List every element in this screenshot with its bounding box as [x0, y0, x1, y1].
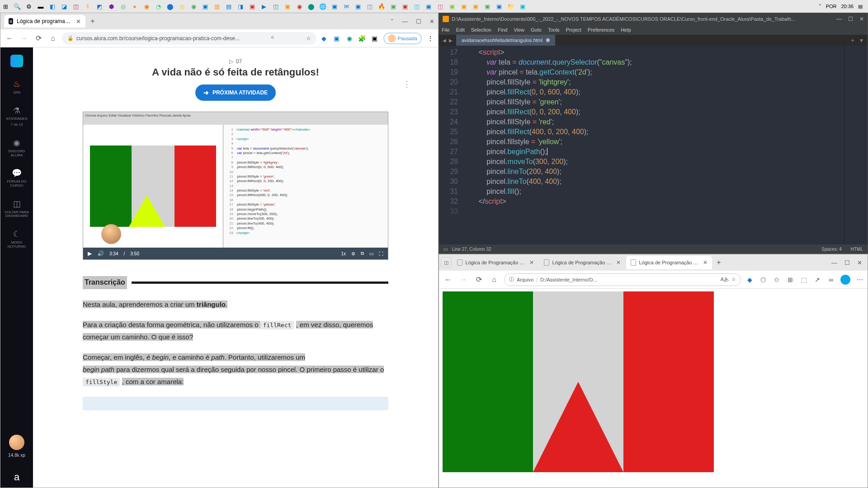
extension-icon[interactable]: ◆ [320, 34, 328, 42]
app-icon[interactable]: ▣ [484, 3, 491, 10]
menu-preferences[interactable]: Preferences [588, 27, 614, 33]
sublime-editor[interactable]: 1718192021222324252627282930313233 <scri… [439, 46, 868, 244]
notifications-icon[interactable]: ▤ [858, 4, 863, 9]
edge-tab[interactable]: Lógica de Programação com Ja ✕ [539, 256, 625, 269]
back-button[interactable]: ← [4, 33, 15, 44]
menu-selection[interactable]: Selection [471, 27, 491, 33]
sidebar-atividades[interactable]: ⚗ ATIVIDADES 7 de 13 [4, 104, 30, 130]
app-icon[interactable]: ▣ [401, 3, 409, 10]
app-icon[interactable]: ▣ [202, 3, 209, 10]
start-icon[interactable]: ⊞ [2, 3, 9, 10]
extension-icon[interactable]: ◉ [345, 34, 354, 42]
app-icon[interactable]: ◩ [96, 3, 103, 10]
menu-icon[interactable]: ⋯ [856, 276, 864, 284]
theater-icon[interactable]: ▭ [369, 251, 373, 256]
app-icon[interactable]: ◧ [49, 3, 56, 10]
app-icon[interactable]: ▣ [519, 3, 526, 10]
app-icon[interactable]: ▣ [460, 3, 467, 10]
sidebar-discord[interactable]: ◉ DISCORD ALURA [0, 136, 33, 160]
extension-icon[interactable]: ▣ [333, 34, 341, 42]
app-icon[interactable]: ▣ [354, 3, 362, 10]
reload-button[interactable]: ⟳ [473, 274, 484, 285]
menu-edit[interactable]: Edit [456, 27, 465, 33]
sidebar-user[interactable]: 14.8k xp [8, 435, 25, 458]
app-icon[interactable]: ▣ [448, 3, 456, 10]
extension-icon[interactable]: ⬡ [759, 276, 767, 284]
maximize-icon[interactable]: ☐ [844, 259, 850, 266]
sidebar-forum[interactable]: 💬 FÓRUM DO CURSO [0, 166, 33, 190]
home-button[interactable]: ⌂ [489, 274, 500, 285]
favorites-icon[interactable]: ✩ [773, 276, 781, 284]
translate-icon[interactable]: ᴳ [271, 35, 274, 42]
mail-icon[interactable]: ✉ [343, 3, 350, 10]
app-icon[interactable]: ⫴ [84, 3, 91, 10]
app-icon[interactable]: ◨ [237, 3, 244, 10]
next-activity-button[interactable]: ➜ PRÓXIMA ATIVIDADE [195, 84, 276, 101]
tab-actions-icon[interactable]: ◫ [441, 257, 452, 268]
edge-tab-active[interactable]: Lógica de Programação com Ja ✕ [626, 256, 712, 269]
kebab-menu-icon[interactable]: ⋮ [403, 79, 411, 89]
settings-icon[interactable]: ⚙ [25, 3, 33, 10]
close-icon[interactable]: ✕ [703, 259, 708, 266]
explorer-icon[interactable]: 📁 [507, 3, 514, 10]
app-icon[interactable]: ◪ [61, 3, 68, 10]
app-icon[interactable]: ◉ [296, 3, 303, 10]
app-icon[interactable]: 🔥 [378, 3, 385, 10]
close-icon[interactable]: ✕ [529, 259, 534, 266]
app-icon[interactable]: ◔ [155, 3, 162, 10]
app-icon[interactable]: ▣ [495, 3, 503, 10]
forward-button[interactable]: → [458, 274, 469, 285]
menu-view[interactable]: View [514, 27, 524, 33]
clock[interactable]: 20:36 [841, 4, 854, 9]
nav-forward-icon[interactable]: ▶ [449, 38, 453, 43]
close-icon[interactable]: ✕ [859, 16, 864, 22]
close-icon[interactable]: ✕ [857, 259, 862, 266]
language-indicator[interactable]: POR [826, 4, 837, 9]
status-lang[interactable]: HTML [851, 247, 863, 252]
nav-back-icon[interactable]: ◀ [443, 38, 446, 43]
menu-project[interactable]: Project [566, 27, 581, 33]
back-button[interactable]: ← [443, 274, 453, 285]
alura-logo-icon[interactable]: a [14, 471, 19, 483]
menu-file[interactable]: File [442, 27, 450, 33]
app-icon[interactable]: ▣ [249, 3, 256, 10]
close-icon[interactable]: ✕ [76, 18, 81, 25]
app-icon[interactable]: ◫ [72, 3, 80, 10]
app-icon[interactable]: ◎ [119, 3, 127, 10]
app-icon[interactable]: ◫ [366, 3, 373, 10]
video-frame[interactable]: Chrome Arquivo Editar Visualizar Históri… [83, 112, 388, 248]
app-icon[interactable]: ▤ [225, 3, 232, 10]
profile-avatar-icon[interactable] [840, 275, 850, 285]
app-icon[interactable]: ▣ [331, 3, 338, 10]
profile-paused-button[interactable]: Pausada [383, 33, 422, 44]
volume-button[interactable]: 🔊 [97, 250, 104, 257]
forward-button[interactable]: → [19, 33, 29, 44]
app-icon[interactable]: ⬢ [108, 3, 115, 10]
app-icon[interactable]: ⬤ [166, 3, 174, 10]
chrome-tab-active[interactable]: a Lógica de programação II: pratic ✕ [4, 15, 85, 28]
extension-icon[interactable]: ⬚ [800, 276, 808, 284]
app-icon[interactable]: ▣ [472, 3, 479, 10]
menu-goto[interactable]: Goto [531, 27, 542, 33]
favorite-icon[interactable]: ☆ [731, 277, 736, 282]
new-tab-button[interactable]: + [713, 257, 725, 268]
menu-help[interactable]: Help [621, 27, 631, 33]
maximize-icon[interactable]: ☐ [416, 18, 421, 25]
maximize-icon[interactable]: ☐ [848, 16, 853, 22]
app-icon[interactable]: ⬤ [307, 3, 315, 10]
chevron-up-icon[interactable]: ˄ [819, 4, 821, 9]
sidebar-progress[interactable]: ♨ 10% [10, 77, 23, 98]
menu-find[interactable]: Find [498, 27, 507, 33]
reload-button[interactable]: ⟳ [33, 33, 44, 44]
app-icon[interactable]: ▬ [37, 3, 44, 10]
app-icon[interactable]: ▣ [425, 3, 432, 10]
status-spaces[interactable]: Spaces: 4 [821, 247, 841, 252]
app-icon[interactable]: ▶ [260, 3, 268, 10]
extension-icon[interactable]: ◆ [745, 276, 754, 284]
address-bar[interactable]: ⓘ Arquivo | D:/Assistente_Interno/D... A… [504, 273, 741, 286]
tab-menu-icon[interactable]: ▾ [860, 37, 863, 44]
app-icon[interactable]: ▣ [390, 3, 397, 10]
sublime-tab-active[interactable]: avidanaoehsohfeitadetriangulos.html [456, 35, 555, 46]
extensions-icon[interactable]: 🧩 [358, 34, 366, 42]
new-tab-icon[interactable]: + [851, 37, 854, 44]
